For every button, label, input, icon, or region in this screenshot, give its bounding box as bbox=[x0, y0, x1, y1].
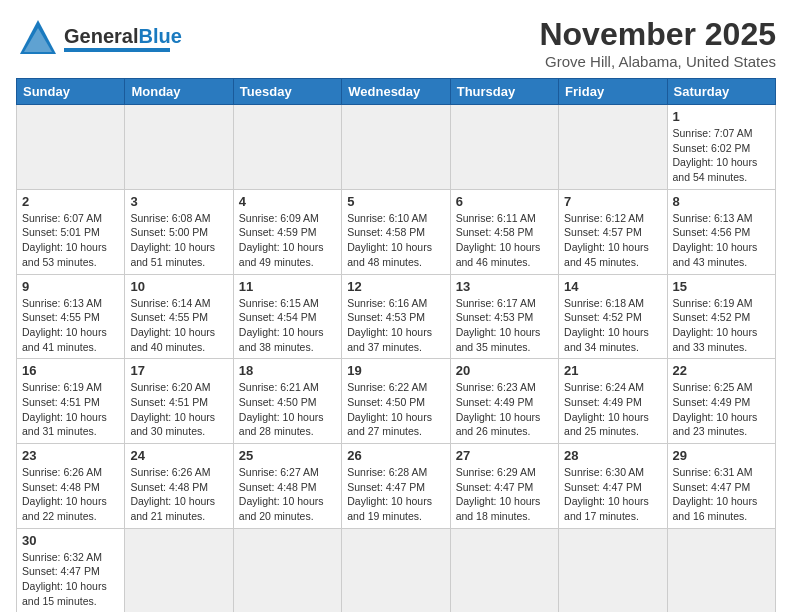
day-number: 10 bbox=[130, 279, 227, 294]
day-info: Sunrise: 6:13 AM Sunset: 4:56 PM Dayligh… bbox=[673, 211, 770, 270]
day-number: 3 bbox=[130, 194, 227, 209]
day-info: Sunrise: 6:31 AM Sunset: 4:47 PM Dayligh… bbox=[673, 465, 770, 524]
calendar-day-cell: 15Sunrise: 6:19 AM Sunset: 4:52 PM Dayli… bbox=[667, 274, 775, 359]
day-number: 4 bbox=[239, 194, 336, 209]
day-info: Sunrise: 6:12 AM Sunset: 4:57 PM Dayligh… bbox=[564, 211, 661, 270]
day-number: 12 bbox=[347, 279, 444, 294]
day-number: 18 bbox=[239, 363, 336, 378]
day-number: 28 bbox=[564, 448, 661, 463]
logo-general: General bbox=[64, 25, 138, 47]
calendar-week-row: 16Sunrise: 6:19 AM Sunset: 4:51 PM Dayli… bbox=[17, 359, 776, 444]
location: Grove Hill, Alabama, United States bbox=[539, 53, 776, 70]
calendar-day-cell bbox=[559, 105, 667, 190]
day-info: Sunrise: 6:25 AM Sunset: 4:49 PM Dayligh… bbox=[673, 380, 770, 439]
calendar-day-cell: 30Sunrise: 6:32 AM Sunset: 4:47 PM Dayli… bbox=[17, 528, 125, 612]
weekday-header: Wednesday bbox=[342, 79, 450, 105]
day-number: 25 bbox=[239, 448, 336, 463]
weekday-header: Monday bbox=[125, 79, 233, 105]
day-info: Sunrise: 6:14 AM Sunset: 4:55 PM Dayligh… bbox=[130, 296, 227, 355]
day-info: Sunrise: 6:13 AM Sunset: 4:55 PM Dayligh… bbox=[22, 296, 119, 355]
day-info: Sunrise: 7:07 AM Sunset: 6:02 PM Dayligh… bbox=[673, 126, 770, 185]
calendar-day-cell: 6Sunrise: 6:11 AM Sunset: 4:58 PM Daylig… bbox=[450, 189, 558, 274]
day-info: Sunrise: 6:17 AM Sunset: 4:53 PM Dayligh… bbox=[456, 296, 553, 355]
calendar-day-cell bbox=[342, 528, 450, 612]
calendar-day-cell: 23Sunrise: 6:26 AM Sunset: 4:48 PM Dayli… bbox=[17, 444, 125, 529]
calendar-day-cell bbox=[233, 528, 341, 612]
logo: GeneralBlue bbox=[16, 16, 182, 60]
day-info: Sunrise: 6:28 AM Sunset: 4:47 PM Dayligh… bbox=[347, 465, 444, 524]
day-info: Sunrise: 6:10 AM Sunset: 4:58 PM Dayligh… bbox=[347, 211, 444, 270]
calendar-header-row: SundayMondayTuesdayWednesdayThursdayFrid… bbox=[17, 79, 776, 105]
calendar-day-cell: 21Sunrise: 6:24 AM Sunset: 4:49 PM Dayli… bbox=[559, 359, 667, 444]
calendar-day-cell: 5Sunrise: 6:10 AM Sunset: 4:58 PM Daylig… bbox=[342, 189, 450, 274]
weekday-header: Saturday bbox=[667, 79, 775, 105]
calendar-week-row: 30Sunrise: 6:32 AM Sunset: 4:47 PM Dayli… bbox=[17, 528, 776, 612]
calendar-day-cell: 7Sunrise: 6:12 AM Sunset: 4:57 PM Daylig… bbox=[559, 189, 667, 274]
day-number: 26 bbox=[347, 448, 444, 463]
day-number: 14 bbox=[564, 279, 661, 294]
calendar-day-cell: 1Sunrise: 7:07 AM Sunset: 6:02 PM Daylig… bbox=[667, 105, 775, 190]
day-number: 21 bbox=[564, 363, 661, 378]
calendar-day-cell: 17Sunrise: 6:20 AM Sunset: 4:51 PM Dayli… bbox=[125, 359, 233, 444]
calendar-day-cell: 10Sunrise: 6:14 AM Sunset: 4:55 PM Dayli… bbox=[125, 274, 233, 359]
calendar-day-cell: 2Sunrise: 6:07 AM Sunset: 5:01 PM Daylig… bbox=[17, 189, 125, 274]
day-info: Sunrise: 6:16 AM Sunset: 4:53 PM Dayligh… bbox=[347, 296, 444, 355]
day-info: Sunrise: 6:26 AM Sunset: 4:48 PM Dayligh… bbox=[22, 465, 119, 524]
calendar-day-cell bbox=[559, 528, 667, 612]
weekday-header: Friday bbox=[559, 79, 667, 105]
calendar-day-cell: 18Sunrise: 6:21 AM Sunset: 4:50 PM Dayli… bbox=[233, 359, 341, 444]
calendar-week-row: 2Sunrise: 6:07 AM Sunset: 5:01 PM Daylig… bbox=[17, 189, 776, 274]
calendar-day-cell: 8Sunrise: 6:13 AM Sunset: 4:56 PM Daylig… bbox=[667, 189, 775, 274]
day-number: 11 bbox=[239, 279, 336, 294]
calendar-day-cell: 13Sunrise: 6:17 AM Sunset: 4:53 PM Dayli… bbox=[450, 274, 558, 359]
day-info: Sunrise: 6:26 AM Sunset: 4:48 PM Dayligh… bbox=[130, 465, 227, 524]
day-number: 13 bbox=[456, 279, 553, 294]
calendar-day-cell: 16Sunrise: 6:19 AM Sunset: 4:51 PM Dayli… bbox=[17, 359, 125, 444]
title-block: November 2025 Grove Hill, Alabama, Unite… bbox=[539, 16, 776, 70]
calendar-day-cell: 22Sunrise: 6:25 AM Sunset: 4:49 PM Dayli… bbox=[667, 359, 775, 444]
day-number: 1 bbox=[673, 109, 770, 124]
day-number: 17 bbox=[130, 363, 227, 378]
day-info: Sunrise: 6:30 AM Sunset: 4:47 PM Dayligh… bbox=[564, 465, 661, 524]
calendar-week-row: 9Sunrise: 6:13 AM Sunset: 4:55 PM Daylig… bbox=[17, 274, 776, 359]
calendar-week-row: 1Sunrise: 7:07 AM Sunset: 6:02 PM Daylig… bbox=[17, 105, 776, 190]
day-info: Sunrise: 6:09 AM Sunset: 4:59 PM Dayligh… bbox=[239, 211, 336, 270]
day-info: Sunrise: 6:20 AM Sunset: 4:51 PM Dayligh… bbox=[130, 380, 227, 439]
calendar-day-cell: 4Sunrise: 6:09 AM Sunset: 4:59 PM Daylig… bbox=[233, 189, 341, 274]
weekday-header: Sunday bbox=[17, 79, 125, 105]
calendar-day-cell: 14Sunrise: 6:18 AM Sunset: 4:52 PM Dayli… bbox=[559, 274, 667, 359]
calendar-day-cell: 3Sunrise: 6:08 AM Sunset: 5:00 PM Daylig… bbox=[125, 189, 233, 274]
page-header: GeneralBlue November 2025 Grove Hill, Al… bbox=[16, 16, 776, 70]
calendar-day-cell: 27Sunrise: 6:29 AM Sunset: 4:47 PM Dayli… bbox=[450, 444, 558, 529]
calendar-day-cell bbox=[450, 105, 558, 190]
day-number: 8 bbox=[673, 194, 770, 209]
day-info: Sunrise: 6:29 AM Sunset: 4:47 PM Dayligh… bbox=[456, 465, 553, 524]
day-info: Sunrise: 6:07 AM Sunset: 5:01 PM Dayligh… bbox=[22, 211, 119, 270]
calendar-day-cell: 29Sunrise: 6:31 AM Sunset: 4:47 PM Dayli… bbox=[667, 444, 775, 529]
calendar-table: SundayMondayTuesdayWednesdayThursdayFrid… bbox=[16, 78, 776, 612]
day-number: 20 bbox=[456, 363, 553, 378]
calendar-day-cell bbox=[450, 528, 558, 612]
weekday-header: Tuesday bbox=[233, 79, 341, 105]
day-number: 9 bbox=[22, 279, 119, 294]
day-number: 24 bbox=[130, 448, 227, 463]
day-number: 23 bbox=[22, 448, 119, 463]
day-info: Sunrise: 6:18 AM Sunset: 4:52 PM Dayligh… bbox=[564, 296, 661, 355]
calendar-day-cell: 11Sunrise: 6:15 AM Sunset: 4:54 PM Dayli… bbox=[233, 274, 341, 359]
weekday-header: Thursday bbox=[450, 79, 558, 105]
day-info: Sunrise: 6:23 AM Sunset: 4:49 PM Dayligh… bbox=[456, 380, 553, 439]
day-info: Sunrise: 6:19 AM Sunset: 4:51 PM Dayligh… bbox=[22, 380, 119, 439]
day-info: Sunrise: 6:27 AM Sunset: 4:48 PM Dayligh… bbox=[239, 465, 336, 524]
calendar-day-cell: 9Sunrise: 6:13 AM Sunset: 4:55 PM Daylig… bbox=[17, 274, 125, 359]
day-number: 22 bbox=[673, 363, 770, 378]
calendar-day-cell bbox=[125, 105, 233, 190]
logo-blue: Blue bbox=[138, 25, 181, 47]
month-title: November 2025 bbox=[539, 16, 776, 53]
day-info: Sunrise: 6:11 AM Sunset: 4:58 PM Dayligh… bbox=[456, 211, 553, 270]
day-number: 29 bbox=[673, 448, 770, 463]
day-info: Sunrise: 6:19 AM Sunset: 4:52 PM Dayligh… bbox=[673, 296, 770, 355]
day-info: Sunrise: 6:08 AM Sunset: 5:00 PM Dayligh… bbox=[130, 211, 227, 270]
calendar-day-cell bbox=[17, 105, 125, 190]
day-info: Sunrise: 6:21 AM Sunset: 4:50 PM Dayligh… bbox=[239, 380, 336, 439]
calendar-day-cell: 25Sunrise: 6:27 AM Sunset: 4:48 PM Dayli… bbox=[233, 444, 341, 529]
